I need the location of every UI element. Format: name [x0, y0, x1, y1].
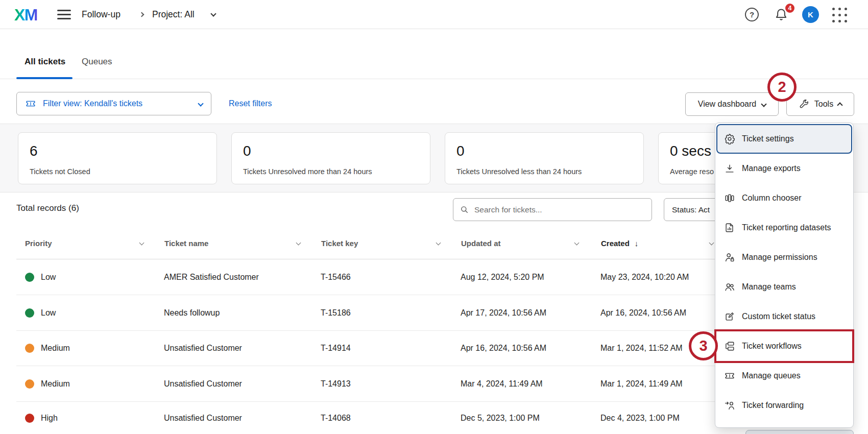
- menu-item-label: Ticket workflows: [742, 342, 802, 351]
- stat-value: 0: [456, 143, 632, 159]
- priority-dot: [25, 379, 34, 389]
- hamburger-menu-icon[interactable]: [57, 10, 71, 19]
- ticket-name-cell: AMER Satisfied Customer: [164, 273, 259, 282]
- column-updated-at[interactable]: Updated at: [461, 236, 501, 251]
- chevron-down-icon[interactable]: [709, 240, 714, 246]
- tools-label: Tools: [814, 100, 833, 109]
- chevron-down-icon: [198, 101, 203, 106]
- updated-at-cell: Mar 4, 2024, 11:49 AM: [461, 379, 543, 389]
- tools-dropdown-menu: Ticket settings Manage exports Column ch…: [715, 123, 854, 428]
- column-created-label: Created: [601, 239, 630, 248]
- priority-dot: [25, 414, 34, 423]
- priority-dot: [25, 308, 34, 318]
- ticket-key-cell: T-14914: [321, 344, 351, 353]
- hidden-button-edge: [745, 430, 854, 434]
- updated-at-cell: Apr 17, 2024, 10:56 AM: [461, 308, 546, 318]
- priority-cell: Medium: [41, 379, 70, 389]
- gear-icon: [724, 133, 735, 144]
- menu-item-ticket-settings[interactable]: Ticket settings: [716, 124, 852, 154]
- ticket-followup-page: XM Follow-up Project: All ? 4 K All tick…: [0, 0, 868, 434]
- tabs-bar: All tickets Queues: [0, 29, 868, 79]
- menu-item-custom-ticket-status[interactable]: Custom ticket status: [716, 302, 852, 331]
- ticket-key-cell: T-14913: [321, 379, 351, 389]
- reset-filters-link[interactable]: Reset filters: [229, 92, 272, 115]
- chevron-down-icon[interactable]: [436, 240, 441, 246]
- menu-item-label: Ticket reporting datasets: [742, 223, 831, 232]
- chevron-down-icon[interactable]: [139, 240, 144, 246]
- stat-card-unresolved-less-24h: 0 Tickets Unresolved less than 24 hours: [445, 132, 644, 184]
- menu-item-manage-queues[interactable]: Manage queues: [716, 361, 852, 391]
- menu-item-label: Ticket forwarding: [742, 401, 804, 410]
- column-ticket-key[interactable]: Ticket key: [321, 236, 358, 251]
- chevron-down-icon[interactable]: [296, 240, 301, 246]
- priority-cell: Low: [41, 308, 56, 318]
- priority-dot: [25, 344, 34, 353]
- xm-logo: XM: [14, 6, 37, 25]
- tools-button[interactable]: Tools: [786, 92, 854, 116]
- stat-label: Tickets Unresolved more than 24 hours: [243, 167, 419, 176]
- ticket-name-cell: Needs followup: [164, 308, 220, 318]
- column-ticket-name[interactable]: Ticket name: [164, 236, 208, 251]
- menu-item-label: Manage queues: [742, 371, 801, 380]
- menu-item-ticket-forwarding[interactable]: Ticket forwarding: [716, 391, 852, 420]
- ticket-key-cell: T-15466: [321, 273, 351, 282]
- filter-view-label: Filter view: Kendall's tickets: [43, 99, 142, 108]
- menu-item-ticket-reporting-datasets[interactable]: Ticket reporting datasets: [716, 213, 852, 243]
- stat-card-not-closed: 6 Tickets not Closed: [18, 132, 217, 184]
- workflow-icon: [724, 341, 735, 352]
- edit-icon: [724, 311, 735, 322]
- stat-value: 0: [243, 143, 419, 159]
- stat-value: 6: [30, 143, 205, 159]
- notification-count-badge: 4: [784, 3, 795, 14]
- annotation-step-3: 3: [689, 331, 718, 360]
- breadcrumb-scope[interactable]: Project: All: [152, 0, 195, 29]
- column-priority[interactable]: Priority: [25, 236, 52, 251]
- priority-cell: High: [41, 414, 58, 423]
- menu-item-label: Column chooser: [742, 194, 802, 203]
- menu-item-label: Manage exports: [742, 164, 801, 173]
- ticket-name-cell: Unsatisfied Customer: [164, 414, 242, 423]
- chevron-down-icon[interactable]: [574, 240, 580, 246]
- search-icon: [460, 205, 469, 214]
- ticket-search-box: [453, 198, 652, 221]
- menu-item-label: Ticket settings: [742, 134, 794, 143]
- stat-label: Tickets not Closed: [30, 167, 205, 176]
- menu-item-label: Custom ticket status: [742, 312, 815, 321]
- help-icon[interactable]: ?: [745, 8, 759, 21]
- updated-at-cell: Apr 16, 2024, 10:56 AM: [461, 344, 546, 353]
- person-lock-icon: [724, 252, 735, 263]
- avatar[interactable]: K: [802, 6, 819, 23]
- column-created[interactable]: Created↓: [601, 236, 638, 251]
- stat-label: Tickets Unresolved less than 24 hours: [456, 167, 632, 176]
- stat-card-unresolved-more-24h: 0 Tickets Unresolved more than 24 hours: [231, 132, 430, 184]
- chevron-right-icon: [139, 12, 144, 17]
- apps-grid-icon[interactable]: [832, 8, 847, 22]
- ticket-name-cell: Unsatisfied Customer: [164, 379, 242, 389]
- download-icon: [724, 163, 735, 174]
- created-cell: Mar 1, 2024, 11:49 AM: [600, 379, 683, 389]
- tab-all-tickets[interactable]: All tickets: [25, 57, 65, 67]
- sort-descending-icon: ↓: [635, 239, 639, 248]
- tab-queues[interactable]: Queues: [82, 57, 112, 67]
- people-icon: [724, 281, 735, 293]
- menu-item-manage-exports[interactable]: Manage exports: [716, 154, 852, 183]
- menu-item-manage-permissions[interactable]: Manage permissions: [716, 243, 852, 272]
- columns-icon: [724, 192, 735, 204]
- ticket-icon: [25, 98, 36, 109]
- ticket-key-cell: T-15186: [321, 308, 351, 318]
- menu-item-manage-teams[interactable]: Manage teams: [716, 272, 852, 302]
- chevron-down-icon: [761, 101, 767, 107]
- breadcrumb-project[interactable]: Follow-up: [82, 0, 120, 29]
- created-cell: Mar 1, 2024, 11:52 AM: [600, 344, 683, 353]
- search-input[interactable]: [474, 205, 645, 214]
- menu-item-ticket-workflows[interactable]: Ticket workflows: [716, 331, 852, 361]
- chevron-down-icon[interactable]: [210, 11, 216, 16]
- wrench-icon: [799, 99, 810, 110]
- forward-person-icon: [724, 400, 735, 411]
- created-cell: May 23, 2024, 10:20 AM: [600, 273, 689, 282]
- active-tab-underline: [16, 77, 73, 79]
- report-icon: [724, 222, 735, 233]
- filter-view-dropdown[interactable]: Filter view: Kendall's tickets: [16, 92, 211, 115]
- menu-item-column-chooser[interactable]: Column chooser: [716, 183, 852, 213]
- view-dashboard-button[interactable]: View dashboard: [685, 92, 779, 116]
